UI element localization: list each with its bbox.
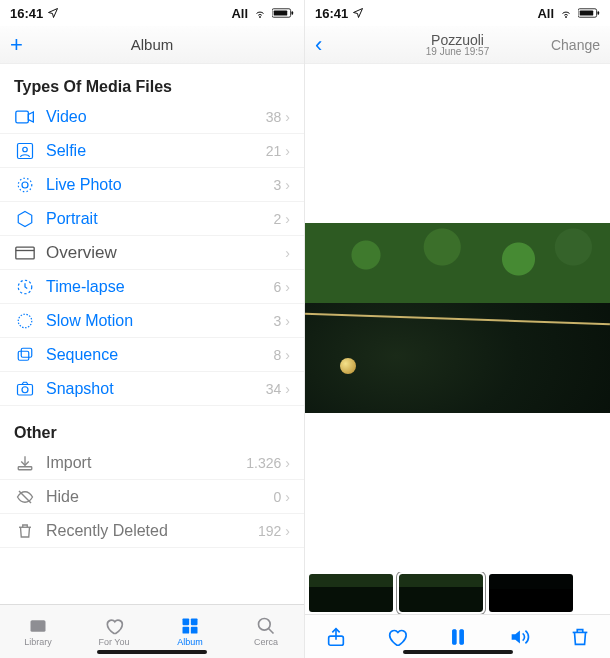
chevron-right-icon: › <box>285 381 290 397</box>
tab-label: Cerca <box>254 637 278 647</box>
chevron-right-icon: › <box>285 313 290 329</box>
row-count: 21 <box>266 143 282 159</box>
svg-rect-29 <box>452 629 456 644</box>
chevron-right-icon: › <box>285 109 290 125</box>
status-bar: 16:41 All <box>305 0 610 26</box>
row-timelapse[interactable]: Time-lapse 6 › <box>0 270 304 304</box>
status-carrier: All <box>231 6 248 21</box>
clip-item[interactable] <box>489 574 573 612</box>
tab-label: For You <box>98 637 129 647</box>
svg-rect-30 <box>459 629 463 644</box>
chevron-right-icon: › <box>285 177 290 193</box>
svg-point-7 <box>22 182 28 188</box>
trash-icon <box>14 522 36 540</box>
chevron-right-icon: › <box>285 489 290 505</box>
livephoto-icon <box>14 176 36 194</box>
svg-point-0 <box>260 17 261 18</box>
tab-library[interactable]: Library <box>0 605 76 658</box>
nav-bar: + Album <box>0 26 304 64</box>
add-button[interactable]: + <box>10 32 23 57</box>
row-label: Snapshot <box>46 380 266 398</box>
snapshot-icon <box>14 380 36 398</box>
svg-rect-5 <box>18 143 33 158</box>
overview-icon <box>14 246 36 260</box>
row-label: Hide <box>46 488 274 506</box>
svg-rect-12 <box>18 351 29 360</box>
svg-point-11 <box>18 314 32 328</box>
nav-subtitle: 19 June 19:57 <box>426 47 489 57</box>
row-count: 34 <box>266 381 282 397</box>
battery-icon <box>272 7 294 19</box>
row-selfie[interactable]: Selfie 21 › <box>0 134 304 168</box>
row-recently-deleted[interactable]: Recently Deleted 192 › <box>0 514 304 548</box>
row-count: 2 <box>274 211 282 227</box>
svg-point-8 <box>18 178 32 192</box>
pause-button[interactable] <box>445 624 471 650</box>
row-label: Video <box>46 108 266 126</box>
row-portrait[interactable]: Portrait 2 › <box>0 202 304 236</box>
svg-rect-17 <box>31 620 46 632</box>
svg-rect-2 <box>274 10 288 15</box>
svg-rect-22 <box>191 627 198 634</box>
delete-button[interactable] <box>567 624 593 650</box>
home-indicator[interactable] <box>97 650 207 654</box>
svg-point-23 <box>259 619 271 631</box>
volume-button[interactable] <box>506 624 532 650</box>
tab-label: Library <box>24 637 52 647</box>
chevron-right-icon: › <box>285 211 290 227</box>
tab-label: Album <box>177 637 203 647</box>
tab-search[interactable]: Cerca <box>228 605 304 658</box>
row-count: 192 <box>258 523 281 539</box>
svg-rect-27 <box>597 11 599 14</box>
home-indicator[interactable] <box>403 650 513 654</box>
hide-icon <box>14 488 36 506</box>
row-import[interactable]: Import 1.326 › <box>0 446 304 480</box>
svg-point-6 <box>23 147 28 152</box>
svg-rect-21 <box>183 627 190 634</box>
portrait-icon <box>14 210 36 228</box>
video-preview[interactable] <box>305 223 610 413</box>
row-count: 6 <box>274 279 282 295</box>
svg-rect-13 <box>21 348 32 357</box>
row-overview[interactable]: Overview › <box>0 236 304 270</box>
slowmo-icon <box>14 312 36 330</box>
svg-rect-26 <box>580 10 594 15</box>
svg-rect-20 <box>191 619 198 626</box>
row-hide[interactable]: Hide 0 › <box>0 480 304 514</box>
nav-title: Pozzuoli <box>426 33 489 47</box>
nav-title: Album <box>131 36 174 53</box>
row-video[interactable]: Video 38 › <box>0 100 304 134</box>
svg-rect-3 <box>291 11 293 14</box>
chevron-right-icon: › <box>285 455 290 471</box>
row-count: 8 <box>274 347 282 363</box>
back-button[interactable]: ‹ <box>315 32 322 57</box>
status-time: 16:41 <box>10 6 43 21</box>
svg-point-15 <box>22 386 28 392</box>
chevron-right-icon: › <box>285 143 290 159</box>
row-snapshot[interactable]: Snapshot 34 › <box>0 372 304 406</box>
favorite-button[interactable] <box>384 624 410 650</box>
filmstrip[interactable] <box>305 572 610 614</box>
video-icon <box>14 110 36 124</box>
status-time: 16:41 <box>315 6 348 21</box>
row-slowmo[interactable]: Slow Motion 3 › <box>0 304 304 338</box>
location-icon <box>352 7 364 19</box>
timelapse-icon <box>14 278 36 296</box>
row-label: Sequence <box>46 346 274 364</box>
location-icon <box>47 7 59 19</box>
row-livephoto[interactable]: Live Photo 3 › <box>0 168 304 202</box>
status-bar: 16:41 All <box>0 0 304 26</box>
section-header-media: Types Of Media Files <box>0 64 304 100</box>
row-label: Portrait <box>46 210 274 228</box>
share-button[interactable] <box>323 624 349 650</box>
sequence-icon <box>14 346 36 364</box>
selfie-icon <box>14 142 36 160</box>
row-sequence[interactable]: Sequence 8 › <box>0 338 304 372</box>
svg-rect-9 <box>16 247 34 259</box>
row-label: Overview <box>46 243 281 263</box>
chevron-right-icon: › <box>285 279 290 295</box>
clip-item-selected[interactable] <box>399 574 483 612</box>
row-label: Import <box>46 454 246 472</box>
clip-item[interactable] <box>309 574 393 612</box>
change-button[interactable]: Change <box>551 37 600 53</box>
